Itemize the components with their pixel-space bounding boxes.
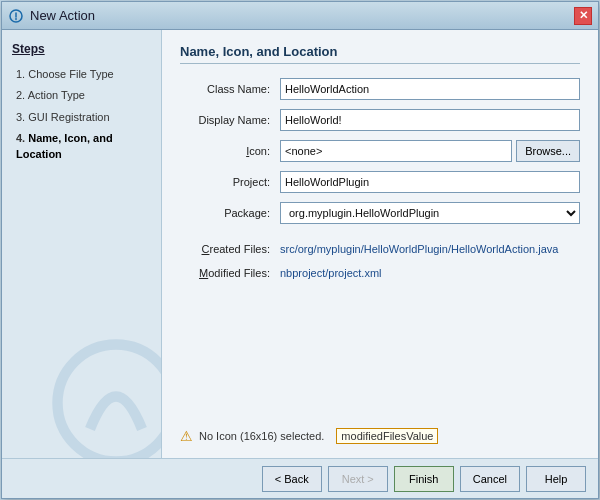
step-1: 1. Choose File Type [12, 64, 151, 85]
icon-input[interactable] [280, 140, 512, 162]
display-name-label: Display Name: [180, 114, 280, 126]
step-3: 3. GUI Registration [12, 107, 151, 128]
step-1-number: 1. [16, 68, 25, 80]
class-name-row: Class Name: [180, 78, 580, 100]
project-input[interactable] [280, 171, 580, 193]
title-bar: New Action ✕ [2, 2, 598, 30]
display-name-input[interactable] [280, 109, 580, 131]
icon-label: Icon: [180, 145, 280, 157]
dialog-footer: < Back Next > Finish Cancel Help [2, 458, 598, 498]
step-2-label: Action Type [28, 89, 85, 101]
modified-files-row: Modified Files: nbproject/project.xml [180, 267, 580, 279]
project-row: Project: [180, 171, 580, 193]
help-button[interactable]: Help [526, 466, 586, 492]
main-panel: Name, Icon, and Location Class Name: Dis… [162, 30, 598, 458]
step-4: 4. Name, Icon, and Location [12, 128, 151, 165]
modified-files-value: nbproject/project.xml [280, 267, 580, 279]
back-button[interactable]: < Back [262, 466, 322, 492]
steps-list: 1. Choose File Type 2. Action Type 3. GU… [12, 64, 151, 165]
title-bar-left: New Action [8, 8, 95, 24]
display-name-row: Display Name: [180, 109, 580, 131]
package-row: Package: org.myplugin.HelloWorldPlugin [180, 202, 580, 224]
created-files-label: Created Files: [180, 243, 280, 255]
warning-icon: ⚠ [180, 428, 193, 444]
window-icon [8, 8, 24, 24]
finish-button[interactable]: Finish [394, 466, 454, 492]
window-title: New Action [30, 8, 95, 23]
created-files-value: src/org/myplugin/HelloWorldPlugin/HelloW… [280, 243, 580, 255]
step-3-number: 3. [16, 111, 25, 123]
info-section: Created Files: src/org/myplugin/HelloWor… [180, 243, 580, 420]
cancel-button[interactable]: Cancel [460, 466, 520, 492]
browse-button[interactable]: Browse... [516, 140, 580, 162]
warning-area: ⚠ No Icon (16x16) selected. modifiedFile… [180, 420, 580, 444]
step-2-number: 2. [16, 89, 25, 101]
package-select[interactable]: org.myplugin.HelloWorldPlugin [280, 202, 580, 224]
step-3-label: GUI Registration [28, 111, 109, 123]
icon-row: Icon: Browse... [180, 140, 580, 162]
modified-files-highlight: modifiedFilesValue [336, 428, 438, 444]
sidebar: Steps 1. Choose File Type 2. Action Type… [2, 30, 162, 458]
close-button[interactable]: ✕ [574, 7, 592, 25]
created-files-row: Created Files: src/org/myplugin/HelloWor… [180, 243, 580, 255]
step-4-label: Name, Icon, and Location [16, 132, 113, 159]
sidebar-watermark [51, 338, 162, 458]
steps-title: Steps [12, 42, 151, 56]
class-name-input[interactable] [280, 78, 580, 100]
modified-files-label: Modified Files: [180, 267, 280, 279]
package-label: Package: [180, 207, 280, 219]
icon-field-group: Browse... [280, 140, 580, 162]
project-label: Project: [180, 176, 280, 188]
class-name-label: Class Name: [180, 83, 280, 95]
dialog-content: Steps 1. Choose File Type 2. Action Type… [2, 30, 598, 458]
next-button[interactable]: Next > [328, 466, 388, 492]
step-1-label: Choose File Type [28, 68, 113, 80]
step-2: 2. Action Type [12, 85, 151, 106]
section-title: Name, Icon, and Location [180, 44, 580, 64]
new-action-dialog: New Action ✕ Steps 1. Choose File Type 2… [1, 1, 599, 499]
warning-text: No Icon (16x16) selected. [199, 430, 324, 442]
step-4-number: 4. [16, 132, 25, 144]
